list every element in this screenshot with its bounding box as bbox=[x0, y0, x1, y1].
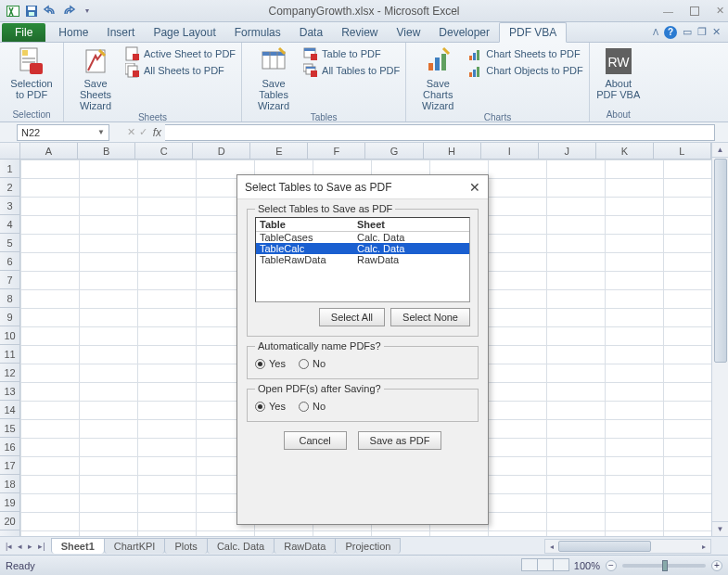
row-header[interactable]: 12 bbox=[0, 364, 19, 382]
col-header[interactable]: K bbox=[596, 143, 654, 159]
row-header[interactable]: 3 bbox=[0, 197, 19, 215]
chart-sheets-to-pdf-button[interactable]: Chart Sheets to PDF bbox=[467, 46, 583, 61]
col-header[interactable]: G bbox=[365, 143, 423, 159]
name-box-dropdown-icon[interactable]: ▼ bbox=[97, 128, 105, 136]
sheet-nav-first-icon[interactable]: |◂ bbox=[4, 542, 14, 551]
formula-input[interactable] bbox=[165, 124, 715, 141]
row-header[interactable]: 5 bbox=[0, 234, 19, 252]
sheet-tab[interactable]: Projection bbox=[335, 538, 401, 554]
row-header[interactable]: 2 bbox=[0, 178, 19, 197]
sheet-tab[interactable]: Sheet1 bbox=[51, 538, 105, 554]
tables-listbox[interactable]: TableSheet TableCasesCalc. DataTableCalc… bbox=[255, 217, 470, 302]
redo-icon[interactable] bbox=[61, 4, 76, 19]
tab-file[interactable]: File bbox=[2, 23, 45, 42]
fx-enter-icon[interactable]: ✓ bbox=[139, 126, 147, 138]
row-header[interactable]: 18 bbox=[0, 475, 19, 493]
table-to-pdf-button[interactable]: Table to PDF bbox=[303, 46, 400, 61]
select-all-button[interactable]: Select All bbox=[319, 308, 385, 326]
about-pdf-vba-button[interactable]: RW About PDF VBA bbox=[595, 45, 642, 100]
table-row[interactable]: TableCasesCalc. Data bbox=[256, 232, 469, 243]
table-row[interactable]: TableRawDataRawData bbox=[256, 254, 469, 265]
col-header[interactable]: F bbox=[308, 143, 365, 159]
save-as-pdf-button[interactable]: Save as PDF bbox=[358, 431, 442, 450]
row-header[interactable]: 7 bbox=[0, 271, 19, 289]
row-header[interactable]: 6 bbox=[0, 252, 19, 271]
col-header[interactable]: E bbox=[250, 143, 308, 159]
help-icon[interactable]: ? bbox=[664, 26, 677, 39]
save-tables-wizard-button[interactable]: Save Tables Wizard bbox=[248, 45, 300, 111]
col-header[interactable]: I bbox=[481, 143, 539, 159]
col-header[interactable]: L bbox=[654, 143, 711, 159]
sheet-tab[interactable]: Calc. Data bbox=[207, 538, 275, 554]
save-sheets-wizard-button[interactable]: Save Sheets Wizard bbox=[70, 45, 121, 111]
name-box[interactable]: N22▼ bbox=[17, 124, 109, 141]
close-button[interactable]: ✕ bbox=[716, 5, 724, 17]
sheet-nav-last-icon[interactable]: ▸| bbox=[36, 542, 46, 551]
horizontal-scrollbar[interactable]: ◂▸ bbox=[544, 539, 711, 554]
tab-page-layout[interactable]: Page Layout bbox=[144, 23, 224, 42]
row-header[interactable]: 13 bbox=[0, 382, 19, 401]
dialog-close-button[interactable]: ✕ bbox=[469, 180, 480, 195]
zoom-in-button[interactable]: + bbox=[711, 560, 722, 571]
hscroll-thumb[interactable] bbox=[558, 541, 651, 552]
tab-review[interactable]: Review bbox=[332, 23, 387, 42]
openafter-yes-radio[interactable]: Yes bbox=[255, 401, 286, 412]
row-header[interactable]: 10 bbox=[0, 326, 19, 345]
select-all-corner[interactable] bbox=[0, 143, 20, 160]
sheet-tab[interactable]: Plots bbox=[164, 538, 207, 554]
hscroll-right-icon[interactable]: ▸ bbox=[697, 543, 710, 551]
tab-home[interactable]: Home bbox=[49, 23, 97, 42]
row-header[interactable]: 9 bbox=[0, 308, 19, 326]
tab-data[interactable]: Data bbox=[290, 23, 332, 42]
sheet-nav-next-icon[interactable]: ▸ bbox=[26, 542, 34, 551]
window-restore-icon[interactable]: ❐ bbox=[697, 26, 707, 38]
save-icon[interactable] bbox=[24, 4, 39, 19]
col-header[interactable]: D bbox=[193, 143, 250, 159]
window-min-icon[interactable]: ▭ bbox=[683, 26, 692, 38]
hscroll-left-icon[interactable]: ◂ bbox=[545, 543, 558, 551]
scroll-down-icon[interactable]: ▼ bbox=[712, 521, 728, 536]
fx-cancel-icon[interactable]: ✕ bbox=[127, 126, 135, 138]
window-close-icon[interactable]: ✕ bbox=[712, 26, 721, 38]
all-tables-to-pdf-button[interactable]: All Tables to PDF bbox=[303, 63, 400, 78]
col-header[interactable]: B bbox=[78, 143, 135, 159]
row-header[interactable]: 20 bbox=[0, 512, 19, 530]
scroll-up-icon[interactable]: ▲ bbox=[712, 143, 728, 158]
tab-formulas[interactable]: Formulas bbox=[225, 23, 290, 42]
select-none-button[interactable]: Select None bbox=[390, 308, 470, 326]
row-header[interactable]: 8 bbox=[0, 289, 19, 308]
row-header[interactable]: 15 bbox=[0, 419, 19, 438]
minimize-button[interactable]: — bbox=[663, 6, 673, 17]
vertical-scrollbar[interactable]: ▲ ▼ bbox=[711, 143, 728, 536]
view-normal-icon[interactable] bbox=[521, 558, 538, 571]
chart-objects-to-pdf-button[interactable]: Chart Objects to PDF bbox=[467, 63, 583, 78]
minimize-ribbon-icon[interactable]: ᐱ bbox=[653, 28, 658, 37]
tab-developer[interactable]: Developer bbox=[429, 23, 499, 42]
active-sheet-to-pdf-button[interactable]: Active Sheet to PDF bbox=[125, 46, 236, 61]
tab-insert[interactable]: Insert bbox=[97, 23, 144, 42]
table-row[interactable]: TableCalcCalc. Data bbox=[256, 243, 469, 254]
fx-icon[interactable]: fx bbox=[153, 126, 161, 139]
row-header[interactable]: 16 bbox=[0, 438, 19, 456]
row-header[interactable]: 4 bbox=[0, 215, 19, 234]
save-charts-wizard-button[interactable]: Save Charts Wizard bbox=[412, 45, 464, 111]
all-sheets-to-pdf-button[interactable]: All Sheets to PDF bbox=[125, 63, 236, 78]
view-buttons[interactable] bbox=[521, 558, 568, 573]
zoom-out-button[interactable]: − bbox=[606, 560, 617, 571]
autoname-no-radio[interactable]: No bbox=[299, 358, 326, 369]
col-header[interactable]: J bbox=[539, 143, 596, 159]
row-header[interactable]: 19 bbox=[0, 493, 19, 512]
cancel-button[interactable]: Cancel bbox=[284, 431, 347, 450]
row-header[interactable]: 1 bbox=[0, 160, 19, 178]
col-header[interactable]: C bbox=[135, 143, 193, 159]
view-break-icon[interactable] bbox=[553, 558, 569, 571]
row-header[interactable]: 14 bbox=[0, 401, 19, 419]
row-header[interactable]: 11 bbox=[0, 345, 19, 364]
maximize-button[interactable] bbox=[690, 6, 699, 16]
sheet-tab[interactable]: RawData bbox=[274, 538, 336, 554]
sheet-nav-prev-icon[interactable]: ◂ bbox=[16, 542, 24, 551]
undo-icon[interactable] bbox=[43, 4, 57, 19]
view-layout-icon[interactable] bbox=[537, 558, 554, 571]
tab-view[interactable]: View bbox=[388, 23, 430, 42]
row-header[interactable]: 17 bbox=[0, 456, 19, 475]
